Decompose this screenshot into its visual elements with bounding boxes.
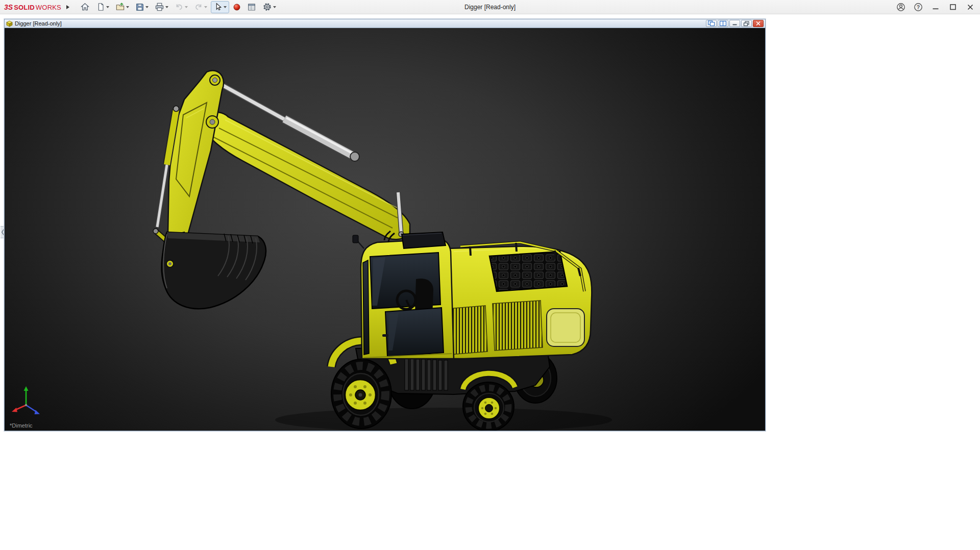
doc-close-icon	[755, 21, 762, 26]
menu-expand-arrow-icon[interactable]	[66, 5, 69, 9]
options-dropdown-caret[interactable]	[273, 6, 276, 8]
wheel-front-left[interactable]	[331, 359, 391, 429]
gear-icon	[262, 2, 272, 12]
maximize-icon	[948, 2, 958, 12]
undo-dropdown-caret[interactable]	[185, 6, 188, 8]
engine-housing[interactable]	[435, 242, 592, 359]
side-mirror	[353, 235, 358, 243]
minimize-icon	[930, 2, 941, 12]
cab[interactable]	[353, 232, 454, 359]
display-pane-icon	[247, 3, 256, 12]
svg-text:?: ?	[917, 4, 920, 10]
save-dropdown-caret[interactable]	[145, 6, 149, 8]
doc-restore-button[interactable]	[741, 20, 752, 27]
new-dropdown-caret[interactable]	[106, 6, 109, 8]
open-folder-icon	[115, 2, 125, 12]
close-icon	[965, 2, 975, 12]
tile-windows-button[interactable]	[718, 20, 728, 27]
doc-minimize-button[interactable]	[729, 20, 740, 27]
minimize-button[interactable]	[929, 1, 942, 13]
assembly-document-icon	[6, 20, 13, 27]
new-document-icon	[96, 2, 105, 12]
undo-button[interactable]	[172, 1, 190, 13]
doc-minimize-icon	[731, 21, 738, 26]
print-dropdown-caret[interactable]	[165, 6, 168, 8]
maximize-button[interactable]	[946, 1, 960, 13]
options-button[interactable]	[260, 1, 279, 13]
save-icon	[135, 3, 144, 12]
select-dropdown-caret[interactable]	[224, 6, 227, 8]
3ds-logo-mark: 3S	[4, 3, 13, 11]
red-sphere-icon	[233, 3, 241, 11]
boom-stick-joint-pin[interactable]	[206, 116, 218, 128]
select-cursor-icon	[213, 2, 223, 12]
tile-windows-icon	[719, 20, 727, 27]
user-account-icon	[896, 2, 906, 12]
view-orientation-label: *Dimetric	[10, 422, 33, 429]
redo-dropdown-caret[interactable]	[204, 6, 207, 8]
cascade-windows-icon	[707, 20, 715, 27]
print-button[interactable]	[152, 1, 171, 13]
help-button[interactable]: ?	[912, 1, 925, 13]
lifecycle-button[interactable]	[230, 1, 243, 13]
undo-icon	[175, 3, 184, 12]
account-button[interactable]	[894, 1, 908, 13]
close-button[interactable]	[964, 1, 977, 13]
y-axis-arrow	[24, 386, 29, 391]
cab-left-glass	[363, 260, 369, 355]
wheel-front-right[interactable]	[463, 382, 514, 431]
ground-shadow	[275, 408, 612, 431]
solidworks-logo: 3S SOLIDWORKS	[4, 3, 61, 11]
new-document-button[interactable]	[93, 1, 112, 13]
excavator-model[interactable]	[5, 28, 765, 431]
side-vent-right	[493, 301, 543, 351]
document-title: Digger [Read-only]	[15, 20, 62, 27]
door-handle	[382, 334, 388, 337]
select-tool-button[interactable]	[211, 1, 229, 13]
display-pane-button[interactable]	[244, 1, 259, 13]
home-button[interactable]	[78, 1, 92, 13]
redo-icon	[194, 3, 203, 12]
help-icon: ?	[913, 2, 923, 12]
x-axis-arrow	[12, 408, 17, 412]
app-titlebar[interactable]: 3S SOLIDWORKS	[0, 0, 980, 14]
open-dropdown-caret[interactable]	[126, 6, 129, 8]
document-titlebar[interactable]: Digger [Read-only]	[5, 19, 765, 28]
orientation-triad[interactable]	[11, 385, 46, 418]
doc-close-button[interactable]	[753, 20, 764, 27]
redo-button[interactable]	[191, 1, 210, 13]
cascade-windows-button[interactable]	[706, 20, 717, 27]
print-icon	[155, 2, 164, 12]
viewport-3d[interactable]: *Dimetric	[5, 28, 765, 431]
document-window: Digger [Read-only]	[4, 19, 766, 431]
bucket[interactable]	[162, 232, 266, 309]
open-button[interactable]	[113, 1, 132, 13]
doc-restore-icon	[743, 21, 750, 27]
home-icon	[80, 2, 90, 12]
mdi-client-area: Digger [Read-only]	[0, 15, 980, 550]
save-button[interactable]	[133, 1, 151, 13]
